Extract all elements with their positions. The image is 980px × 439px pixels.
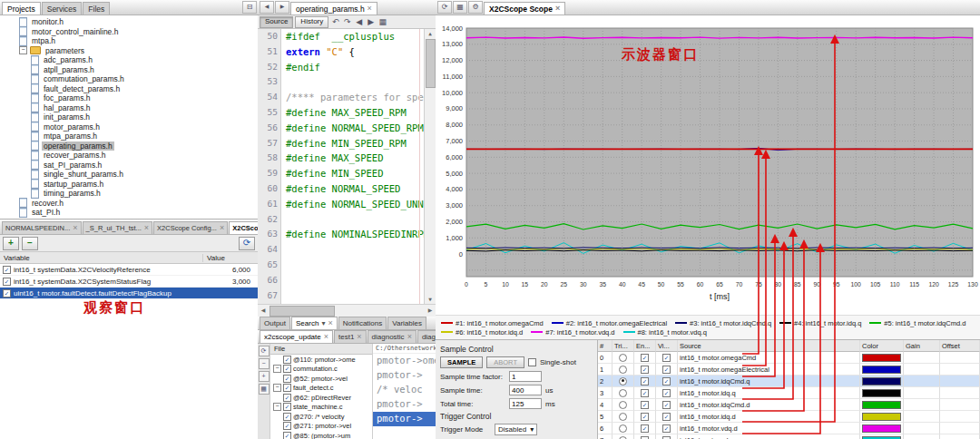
result-checkbox[interactable]: ✓ — [283, 394, 291, 402]
output-tab-variables[interactable]: Variables — [387, 317, 426, 329]
code-line[interactable]: #define MAX_SPEED — [286, 151, 436, 166]
tree-item-recover-params-h[interactable]: recover_params.h — [0, 151, 258, 161]
channel-col-color[interactable]: Color — [860, 340, 904, 352]
tree-item-monitor-h[interactable]: monitor.h — [0, 17, 258, 27]
enabled-checkbox[interactable]: ✓ — [641, 377, 649, 385]
enabled-checkbox[interactable]: ✓ — [641, 389, 649, 397]
channel-row-1[interactable]: 1✓✓int16_t motor.omegaElectrical — [598, 364, 980, 376]
search-result-271-pmotor-vel[interactable]: ✓@271: pmotor->vel — [270, 422, 372, 432]
channel-color-cell[interactable] — [860, 399, 904, 411]
scroll-down-icon[interactable]: ▼ — [425, 295, 436, 304]
channel-gain-cell[interactable] — [904, 399, 940, 411]
channel-color-cell[interactable] — [860, 411, 904, 423]
tree-item-commutation-params-h[interactable]: commutation_params.h — [0, 74, 258, 84]
close-icon[interactable]: × — [368, 5, 372, 13]
code-editor[interactable]: 505152535455565758596061626364656667 #if… — [258, 29, 436, 304]
tree-item-motor-params-h[interactable]: motor_params.h — [0, 122, 258, 132]
visible-checkbox[interactable]: ✓ — [662, 354, 671, 362]
channel-gain-cell[interactable] — [904, 376, 940, 387]
output-tab-output[interactable]: Output — [260, 317, 290, 329]
close-icon[interactable]: × — [328, 319, 332, 327]
abort-button[interactable]: ABORT — [486, 356, 524, 368]
code-line[interactable] — [286, 212, 436, 228]
close-icon[interactable]: × — [324, 333, 328, 341]
visible-checkbox[interactable]: ✓ — [662, 401, 671, 409]
channel-color-cell[interactable] — [860, 364, 904, 376]
search-result-270-velocity[interactable]: ✓@270: /* velocity — [270, 412, 372, 422]
channel-color-cell[interactable] — [860, 434, 904, 439]
close-icon[interactable]: × — [407, 333, 412, 341]
visible-checkbox[interactable]: ✓ — [662, 366, 671, 374]
channel-offset-cell[interactable] — [940, 434, 980, 439]
channel-offset-cell[interactable] — [940, 423, 980, 434]
visible-checkbox[interactable]: ✓ — [662, 389, 671, 397]
rerun-search-icon[interactable]: ⟳ — [259, 346, 270, 356]
channel-offset-cell[interactable] — [940, 387, 980, 399]
scroll-tabs-left-icon[interactable]: ◀ — [260, 1, 274, 14]
result-checkbox[interactable]: ✓ — [283, 384, 291, 392]
result-checkbox[interactable]: ✓ — [283, 413, 291, 421]
close-icon[interactable]: × — [555, 5, 560, 13]
forward-icon[interactable]: ▶ — [366, 17, 376, 26]
remove-watch-button[interactable]: − — [22, 237, 38, 250]
code-line[interactable]: #define NORMAL_SPEED — [286, 181, 436, 197]
code-line[interactable] — [286, 273, 436, 288]
channel-row-2[interactable]: 2✓✓int16_t motor.idqCmd.q — [598, 376, 980, 387]
tree-item-hal-params-h[interactable]: hal_params.h — [0, 103, 258, 113]
tree-item-adc-params-h[interactable]: adc_params.h — [0, 55, 258, 65]
trigger-radio[interactable] — [619, 377, 627, 385]
preview-line[interactable]: /* veloc — [373, 383, 436, 397]
code-line[interactable]: #define NORMAL_SPEED_UNNO — [286, 197, 436, 212]
history-view-button[interactable]: History — [295, 16, 328, 28]
channel-offset-cell[interactable] — [940, 411, 980, 423]
code-line[interactable]: #endif — [286, 60, 436, 75]
channel-col-tri[interactable]: Tri... — [612, 340, 634, 352]
enabled-checkbox[interactable]: ✓ — [641, 366, 649, 374]
code-line[interactable]: #define MIN_SPEED — [286, 166, 436, 181]
collapse-icon[interactable]: − — [273, 403, 281, 411]
visible-checkbox[interactable]: ✓ — [662, 424, 671, 433]
trigger-mode-select[interactable]: Disabled ▾ — [495, 424, 537, 435]
search-result-tab-test1[interactable]: test1× — [334, 330, 367, 343]
code-line[interactable]: #define NOMINALSPEEDINRPM — [286, 227, 436, 242]
trigger-radio[interactable] — [619, 366, 627, 374]
tree-item-mtpa-params-h[interactable]: mtpa_params.h — [0, 132, 258, 141]
code-line[interactable]: #define MAX_SPEED_RPM — [286, 105, 436, 121]
file-column-header[interactable]: File — [270, 344, 372, 355]
channel-color-cell[interactable] — [860, 376, 904, 387]
channel-color-cell[interactable] — [860, 352, 904, 364]
editor-horizontal-scrollbar[interactable]: ◀ ▶ — [258, 304, 436, 317]
left-tab-files[interactable]: Files — [83, 2, 110, 15]
search-result-fault-detect-c[interactable]: −✓fault_detect.c — [270, 384, 372, 394]
channel-offset-cell[interactable] — [940, 399, 980, 411]
search-result-commutation-c[interactable]: −✓commutation.c — [270, 365, 372, 375]
channel-col-vi[interactable]: Vi... — [656, 340, 678, 352]
watch-col-value[interactable]: Value — [203, 254, 258, 262]
tree-item-single-shunt-params-h[interactable]: single_shunt_params.h — [0, 170, 258, 180]
scrollbar-thumb[interactable] — [270, 306, 335, 317]
search-result-tab-diagnostic[interactable]: diagnostic× — [368, 330, 416, 343]
trigger-radio[interactable] — [619, 401, 627, 409]
enabled-checkbox[interactable]: ✓ — [641, 424, 649, 433]
search-result-85-pmotor-um[interactable]: ✓@85: (pmotor->um — [270, 431, 372, 439]
tree-item-motor-control-mainline-h[interactable]: motor_control_mainline.h — [0, 27, 258, 37]
visible-checkbox[interactable]: ✓ — [662, 413, 671, 421]
source-view-button[interactable]: Source — [260, 16, 293, 28]
close-icon[interactable]: × — [144, 224, 149, 232]
visible-checkbox[interactable]: ✓ — [662, 436, 671, 439]
close-icon[interactable]: × — [357, 333, 361, 341]
channel-gain-cell[interactable] — [904, 434, 940, 439]
trigger-radio[interactable] — [619, 413, 627, 421]
tree-item-parameters[interactable]: −parameters — [0, 46, 258, 56]
search-result-tab-x2cscope-update[interactable]: x2cscope_update× — [260, 330, 333, 343]
channel-gain-cell[interactable] — [904, 352, 940, 364]
tree-item-recover-h[interactable]: recover.h — [0, 199, 258, 209]
watch-checkbox[interactable]: ✓ — [3, 289, 11, 298]
tab-operating-params[interactable]: operating_params.h × — [290, 2, 377, 15]
channel-col-gain[interactable]: Gain — [904, 340, 940, 352]
channel-row-5[interactable]: 5✓✓int16_t motor.idq.d — [598, 411, 980, 423]
result-checkbox[interactable]: ✓ — [283, 365, 291, 373]
tree-item-atpll-params-h[interactable]: atpll_params.h — [0, 65, 258, 75]
scroll-tabs-right-icon[interactable]: ▶ — [275, 1, 289, 14]
tab-x2cscope-scope[interactable]: X2CScope Scope × — [484, 2, 565, 15]
